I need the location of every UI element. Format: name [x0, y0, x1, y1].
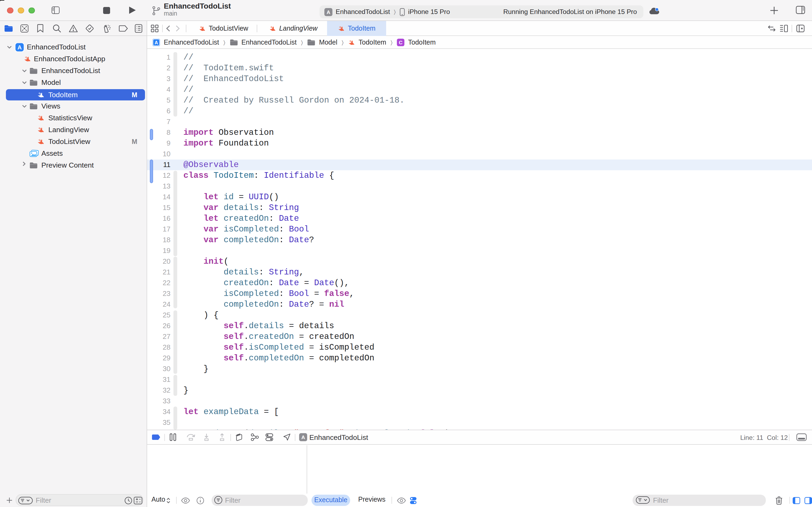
svg-text:A: A: [327, 9, 330, 15]
svg-text:A: A: [301, 435, 305, 440]
svg-text:A: A: [17, 44, 21, 51]
svg-text:C: C: [399, 40, 403, 45]
svg-text:A: A: [155, 40, 158, 45]
